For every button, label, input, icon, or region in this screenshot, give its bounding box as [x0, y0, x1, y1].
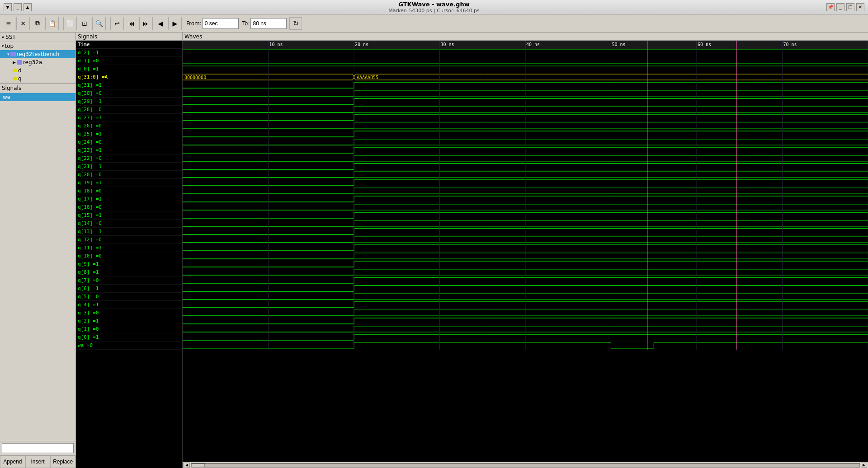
copy-button[interactable]: ⧉	[31, 17, 44, 30]
sig-row-q9: q[9] =1	[76, 260, 182, 268]
goto-start-button[interactable]: ⏮	[125, 17, 138, 30]
sig-row-q10: q[10] =0	[76, 252, 182, 260]
pin-button[interactable]: 📌	[826, 3, 835, 11]
close-button[interactable]: ✕	[16, 17, 30, 30]
window-close[interactable]: ✕	[856, 3, 864, 11]
menu-button[interactable]: ≡	[2, 17, 15, 30]
tree-item-reg32a[interactable]: ▶ reg32a	[0, 58, 75, 66]
select-button[interactable]: ⬜	[63, 17, 77, 30]
sig-row-time: Time	[76, 41, 182, 49]
horizontal-scrollbar: ◀ ▶	[183, 462, 868, 468]
sig-row-q17: q[17] =1	[76, 195, 182, 203]
toolbar: ≡ ✕ ⧉ 📋 ⬜ ⊡ 🔍 ↩ ⏮ ⏭ ◀ ▶ From: To: ↻	[0, 14, 868, 33]
left-panel: ▾ SST ▾ top ▾ reg32testbench ▶ reg32a	[0, 33, 76, 468]
window-controls: 📌 _ □ ✕	[826, 3, 864, 11]
sig-row-q16: q[16] =0	[76, 203, 182, 211]
window-maximize[interactable]: □	[846, 3, 854, 11]
d-label: d	[18, 67, 22, 74]
append-button[interactable]: Append	[0, 455, 25, 468]
signals-col-header: Signals	[76, 33, 183, 40]
sst-section: ▾ SST ▾ top ▾ reg32testbench ▶ reg32a	[0, 33, 75, 83]
sig-row-q25: q[25] =1	[76, 130, 182, 138]
sig-row-q14: q[14] =0	[76, 220, 182, 228]
prev-button[interactable]: ◀	[154, 17, 167, 30]
sst-label: SST	[5, 34, 16, 40]
sig-row-q19: q[19] =1	[76, 179, 182, 187]
scroll-right-button[interactable]: ▶	[861, 463, 867, 468]
reg32a-arrow: ▶	[13, 60, 16, 65]
search-box	[0, 441, 75, 455]
maximize-button[interactable]: ▲	[24, 3, 32, 11]
window-minimize[interactable]: _	[836, 3, 844, 11]
scroll-left-button[interactable]: ◀	[184, 463, 190, 468]
sig-row-q-bus: q[31:0] =A	[76, 73, 182, 81]
goto-end-button[interactable]: ⏭	[139, 17, 153, 30]
scroll-track[interactable]	[191, 463, 860, 468]
sig-row-q0: q[0] =1	[76, 333, 182, 342]
tree-item-top[interactable]: ▾ top	[0, 42, 75, 50]
sig-row-we: we =0	[76, 342, 182, 350]
search-input[interactable]	[2, 443, 74, 453]
q-label: q	[18, 75, 22, 82]
minimize-button[interactable]: _	[14, 3, 22, 11]
sig-row-q29: q[29] =1	[76, 98, 182, 106]
top-label: top	[5, 43, 14, 49]
signal-item-we[interactable]: we	[0, 93, 75, 101]
top-arrow: ▾	[2, 44, 4, 48]
tree-item-d[interactable]: d	[0, 66, 75, 75]
sig-row-q27: q[27] =1	[76, 114, 182, 122]
undo-button[interactable]: ↩	[110, 17, 124, 30]
right-panel: Signals Waves Time d[2] =1 d[1] =0	[76, 33, 868, 468]
sig-row-q24: q[24] =0	[76, 138, 182, 146]
sig-row-q31: q[31] =1	[76, 81, 182, 89]
sst-collapse-arrow[interactable]: ▾	[2, 35, 4, 40]
app-menu-button[interactable]: ▼	[4, 3, 12, 11]
main-container: ▾ SST ▾ top ▾ reg32testbench ▶ reg32a	[0, 33, 868, 468]
titlebar: ▼ _ ▲ GTKWave - wave.ghw Marker: 54300 p…	[0, 0, 868, 14]
reg32tb-icon	[10, 52, 16, 56]
sig-row-d2: d[2] =1	[76, 49, 182, 57]
next-button[interactable]: ▶	[168, 17, 182, 30]
sig-row-q4: q[4] =1	[76, 301, 182, 309]
signals-section: Signals we	[0, 83, 75, 441]
sig-row-q7: q[7] =0	[76, 276, 182, 285]
sig-row-q13: q[13] =1	[76, 228, 182, 236]
from-label: From:	[186, 20, 202, 27]
reg32tb-label: reg32testbench	[17, 51, 60, 57]
zoom-fit-button[interactable]: ⊡	[78, 17, 91, 30]
reg32tb-arrow: ▾	[7, 52, 9, 56]
from-input[interactable]	[203, 18, 239, 29]
refresh-button[interactable]: ↻	[289, 17, 302, 30]
signals-header: Signals	[0, 84, 75, 93]
reg32a-label: reg32a	[23, 59, 42, 66]
sig-row-d1: d[1] =0	[76, 57, 182, 65]
window-title: GTKWave - wave.ghw	[388, 1, 479, 8]
waves-col-header: Waves	[183, 33, 868, 40]
replace-button[interactable]: Replace	[50, 455, 75, 468]
title-container: GTKWave - wave.ghw Marker: 54300 ps | Cu…	[388, 1, 479, 14]
sig-row-q12: q[12] =0	[76, 236, 182, 244]
sig-row-q18: q[18] =0	[76, 187, 182, 195]
sig-row-q8: q[8] =1	[76, 268, 182, 276]
sig-row-q5: q[5] =0	[76, 293, 182, 301]
sig-row-q28: q[28] =0	[76, 106, 182, 114]
zoom-out-button[interactable]: 🔍	[92, 17, 106, 30]
to-input[interactable]	[250, 18, 287, 29]
sig-row-q11: q[11] =1	[76, 244, 182, 252]
tree-item-q[interactable]: q	[0, 75, 75, 83]
app-controls: ▼ _ ▲	[4, 3, 32, 11]
tree-item-reg32testbench[interactable]: ▾ reg32testbench	[0, 50, 75, 58]
wave-header: Signals Waves	[76, 33, 868, 41]
paste-button[interactable]: 📋	[45, 17, 59, 30]
sig-row-q3: q[3] =0	[76, 309, 182, 317]
sst-header: ▾ SST	[0, 33, 75, 42]
sig-row-q20: q[20] =0	[76, 171, 182, 179]
insert-button[interactable]: Insert	[25, 455, 51, 468]
d-signal-icon	[13, 69, 17, 72]
signal-names-column: Time d[2] =1 d[1] =0 d[0] =1 q[31:0] =A …	[76, 41, 183, 468]
sig-row-q15: q[15] =1	[76, 211, 182, 220]
wave-canvas-area[interactable]: ◀ ▶	[183, 41, 868, 468]
scroll-thumb[interactable]	[191, 463, 205, 467]
sig-row-q2: q[2] =1	[76, 317, 182, 325]
wave-canvas[interactable]	[183, 41, 868, 350]
